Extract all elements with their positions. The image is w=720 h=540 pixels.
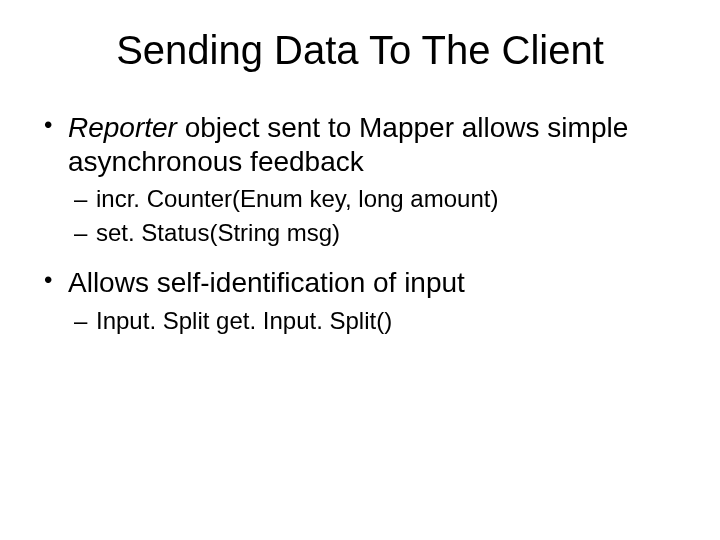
slide-body: Reporter object sent to Mapper allows si… xyxy=(0,111,720,336)
bullet-item: Reporter object sent to Mapper allows si… xyxy=(40,111,680,248)
bullet-item: Allows self-identification of input Inpu… xyxy=(40,266,680,336)
slide-title: Sending Data To The Client xyxy=(0,0,720,93)
sub-bullet-list: incr. Counter(Enum key, long amount) set… xyxy=(68,184,680,248)
sub-bullet-item: set. Status(String msg) xyxy=(68,218,680,248)
bullet-list: Reporter object sent to Mapper allows si… xyxy=(40,111,680,336)
slide: Sending Data To The Client Reporter obje… xyxy=(0,0,720,540)
bullet-text: Allows self-identification of input xyxy=(68,267,465,298)
sub-bullet-list: Input. Split get. Input. Split() xyxy=(68,306,680,336)
sub-bullet-item: incr. Counter(Enum key, long amount) xyxy=(68,184,680,214)
sub-bullet-item: Input. Split get. Input. Split() xyxy=(68,306,680,336)
bullet-italic-prefix: Reporter xyxy=(68,112,177,143)
